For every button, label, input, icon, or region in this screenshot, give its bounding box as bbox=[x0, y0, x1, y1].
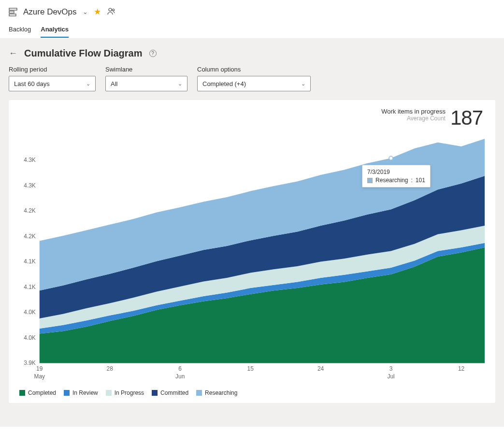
swimlane-select[interactable]: All ⌄ bbox=[105, 76, 187, 91]
chart-card: Work items in progress Average Count 187… bbox=[9, 100, 495, 403]
filter-label: Column options bbox=[197, 66, 311, 73]
legend-swatch bbox=[106, 390, 112, 396]
chevron-down-icon: ⌄ bbox=[86, 81, 90, 87]
svg-rect-1 bbox=[9, 11, 14, 13]
filter-label: Swimlane bbox=[105, 66, 187, 73]
legend-label: Completed bbox=[28, 389, 56, 396]
legend-label: Committed bbox=[160, 389, 188, 396]
chevron-down-icon[interactable]: ⌄ bbox=[83, 8, 88, 15]
legend-label: In Progress bbox=[115, 389, 144, 396]
back-arrow-icon[interactable]: ← bbox=[9, 48, 17, 58]
chevron-down-icon: ⌄ bbox=[178, 81, 182, 87]
legend-label: Researching bbox=[205, 389, 237, 396]
filter-columns: Column options Completed (+4) ⌄ bbox=[197, 66, 311, 91]
svg-text:28: 28 bbox=[107, 365, 114, 372]
column-options-select[interactable]: Completed (+4) ⌄ bbox=[197, 76, 311, 91]
svg-text:4.1K: 4.1K bbox=[24, 284, 36, 290]
legend-swatch bbox=[196, 390, 202, 396]
svg-text:3.9K: 3.9K bbox=[24, 360, 36, 366]
svg-point-3 bbox=[109, 8, 112, 11]
svg-text:4.2K: 4.2K bbox=[24, 233, 36, 240]
svg-rect-0 bbox=[9, 8, 17, 10]
filter-rolling-period: Rolling period Last 60 days ⌄ bbox=[9, 66, 96, 91]
legend-item[interactable]: In Review bbox=[64, 389, 98, 396]
legend-swatch bbox=[64, 390, 70, 396]
product-title[interactable]: Azure DevOps bbox=[23, 7, 77, 17]
select-value: Completed (+4) bbox=[202, 80, 246, 87]
svg-text:Jul: Jul bbox=[387, 373, 394, 380]
tabs: Backlog Analytics bbox=[0, 20, 504, 38]
select-value: All bbox=[111, 80, 117, 87]
board-icon bbox=[9, 8, 17, 16]
tooltip-date: 7/3/2019 bbox=[367, 169, 425, 175]
page-body: ← Cumulative Flow Diagram ? Rolling peri… bbox=[0, 38, 504, 427]
legend-item[interactable]: Completed bbox=[19, 389, 56, 396]
svg-text:May: May bbox=[34, 373, 45, 380]
header-bar: Azure DevOps ⌄ ★ bbox=[0, 0, 504, 20]
chart-tooltip: 7/3/2019 Researching : 101 bbox=[362, 165, 431, 187]
svg-text:19: 19 bbox=[36, 365, 43, 372]
title-bar: ← Cumulative Flow Diagram ? bbox=[9, 48, 495, 59]
kpi: Work items in progress Average Count 187 bbox=[16, 108, 483, 128]
legend-swatch bbox=[152, 390, 158, 396]
team-icon[interactable] bbox=[107, 7, 115, 17]
legend-item[interactable]: In Progress bbox=[106, 389, 144, 396]
svg-text:4.3K: 4.3K bbox=[24, 157, 36, 163]
svg-text:6: 6 bbox=[178, 365, 182, 372]
legend-item[interactable]: Committed bbox=[152, 389, 188, 396]
svg-rect-2 bbox=[9, 14, 16, 16]
page-title: Cumulative Flow Diagram bbox=[24, 48, 143, 59]
tab-backlog[interactable]: Backlog bbox=[9, 22, 31, 38]
svg-point-4 bbox=[112, 9, 114, 11]
star-icon[interactable]: ★ bbox=[94, 7, 101, 17]
kpi-label: Work items in progress bbox=[381, 108, 446, 115]
tooltip-value: 101 bbox=[416, 177, 425, 184]
chevron-down-icon: ⌄ bbox=[301, 81, 305, 87]
svg-text:4.0K: 4.0K bbox=[24, 334, 36, 341]
svg-text:12: 12 bbox=[458, 365, 465, 372]
help-icon[interactable]: ? bbox=[149, 50, 157, 57]
chart-wrap: 3.9K4.0K4.0K4.1K4.1K4.2K4.2K4.3K4.3K1928… bbox=[16, 130, 488, 385]
svg-point-24 bbox=[389, 156, 393, 160]
tab-analytics[interactable]: Analytics bbox=[41, 22, 69, 38]
kpi-sublabel: Average Count bbox=[381, 115, 446, 122]
svg-text:3: 3 bbox=[389, 365, 393, 372]
svg-text:4.1K: 4.1K bbox=[24, 258, 36, 265]
kpi-value: 187 bbox=[450, 108, 483, 128]
svg-text:4.0K: 4.0K bbox=[24, 309, 36, 316]
svg-text:4.3K: 4.3K bbox=[24, 182, 36, 189]
legend-item[interactable]: Researching bbox=[196, 389, 237, 396]
tooltip-swatch bbox=[367, 178, 373, 183]
svg-text:24: 24 bbox=[317, 365, 324, 372]
select-value: Last 60 days bbox=[14, 80, 50, 87]
chart-legend: CompletedIn ReviewIn ProgressCommittedRe… bbox=[16, 385, 488, 398]
svg-text:4.2K: 4.2K bbox=[24, 207, 36, 214]
svg-text:15: 15 bbox=[247, 365, 254, 372]
legend-label: In Review bbox=[72, 389, 98, 396]
legend-swatch bbox=[19, 390, 25, 396]
filter-label: Rolling period bbox=[9, 66, 96, 73]
rolling-period-select[interactable]: Last 60 days ⌄ bbox=[9, 76, 96, 91]
svg-text:Jun: Jun bbox=[175, 373, 185, 380]
filters: Rolling period Last 60 days ⌄ Swimlane A… bbox=[9, 66, 495, 91]
tooltip-series: Researching bbox=[375, 177, 408, 184]
filter-swimlane: Swimlane All ⌄ bbox=[105, 66, 187, 91]
